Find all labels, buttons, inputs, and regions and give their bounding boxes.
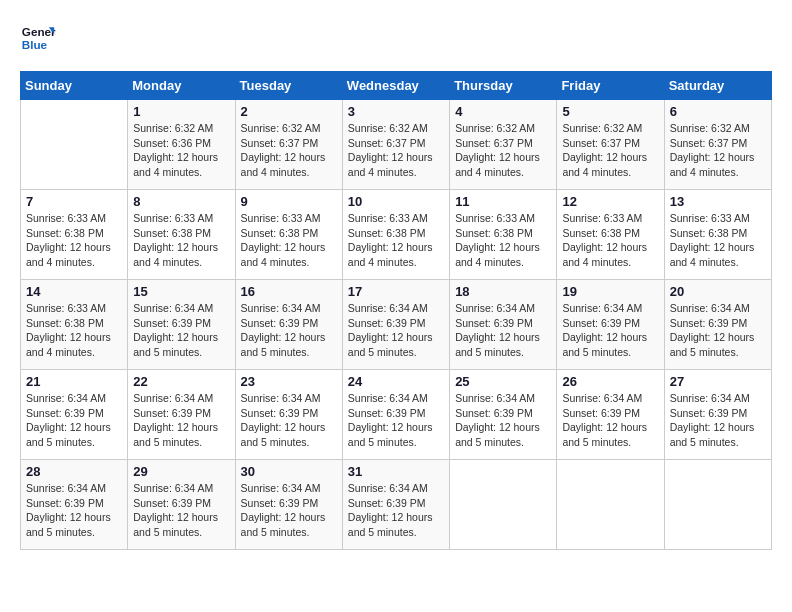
calendar-header-thursday: Thursday <box>450 72 557 100</box>
day-number: 11 <box>455 194 551 209</box>
day-number: 7 <box>26 194 122 209</box>
day-number: 17 <box>348 284 444 299</box>
day-info: Sunrise: 6:32 AMSunset: 6:37 PMDaylight:… <box>241 121 337 180</box>
day-number: 18 <box>455 284 551 299</box>
day-info: Sunrise: 6:32 AMSunset: 6:37 PMDaylight:… <box>348 121 444 180</box>
day-number: 24 <box>348 374 444 389</box>
day-info: Sunrise: 6:34 AMSunset: 6:39 PMDaylight:… <box>455 301 551 360</box>
day-info: Sunrise: 6:34 AMSunset: 6:39 PMDaylight:… <box>241 301 337 360</box>
calendar-cell: 5Sunrise: 6:32 AMSunset: 6:37 PMDaylight… <box>557 100 664 190</box>
day-info: Sunrise: 6:33 AMSunset: 6:38 PMDaylight:… <box>26 211 122 270</box>
calendar-cell: 30Sunrise: 6:34 AMSunset: 6:39 PMDayligh… <box>235 460 342 550</box>
day-number: 9 <box>241 194 337 209</box>
day-info: Sunrise: 6:32 AMSunset: 6:36 PMDaylight:… <box>133 121 229 180</box>
calendar-cell: 16Sunrise: 6:34 AMSunset: 6:39 PMDayligh… <box>235 280 342 370</box>
calendar-week-row: 14Sunrise: 6:33 AMSunset: 6:38 PMDayligh… <box>21 280 772 370</box>
day-number: 16 <box>241 284 337 299</box>
calendar-cell: 15Sunrise: 6:34 AMSunset: 6:39 PMDayligh… <box>128 280 235 370</box>
calendar-week-row: 28Sunrise: 6:34 AMSunset: 6:39 PMDayligh… <box>21 460 772 550</box>
day-info: Sunrise: 6:34 AMSunset: 6:39 PMDaylight:… <box>348 391 444 450</box>
day-info: Sunrise: 6:33 AMSunset: 6:38 PMDaylight:… <box>670 211 766 270</box>
day-info: Sunrise: 6:34 AMSunset: 6:39 PMDaylight:… <box>241 391 337 450</box>
calendar-cell: 4Sunrise: 6:32 AMSunset: 6:37 PMDaylight… <box>450 100 557 190</box>
day-number: 12 <box>562 194 658 209</box>
calendar-cell: 14Sunrise: 6:33 AMSunset: 6:38 PMDayligh… <box>21 280 128 370</box>
day-number: 14 <box>26 284 122 299</box>
page-header: General Blue <box>20 20 772 56</box>
calendar-header-monday: Monday <box>128 72 235 100</box>
day-number: 25 <box>455 374 551 389</box>
day-number: 21 <box>26 374 122 389</box>
day-info: Sunrise: 6:32 AMSunset: 6:37 PMDaylight:… <box>455 121 551 180</box>
day-info: Sunrise: 6:33 AMSunset: 6:38 PMDaylight:… <box>241 211 337 270</box>
day-number: 6 <box>670 104 766 119</box>
day-info: Sunrise: 6:34 AMSunset: 6:39 PMDaylight:… <box>133 391 229 450</box>
calendar-week-row: 7Sunrise: 6:33 AMSunset: 6:38 PMDaylight… <box>21 190 772 280</box>
calendar-cell: 3Sunrise: 6:32 AMSunset: 6:37 PMDaylight… <box>342 100 449 190</box>
calendar-cell: 27Sunrise: 6:34 AMSunset: 6:39 PMDayligh… <box>664 370 771 460</box>
calendar-cell <box>21 100 128 190</box>
day-number: 27 <box>670 374 766 389</box>
calendar-cell: 22Sunrise: 6:34 AMSunset: 6:39 PMDayligh… <box>128 370 235 460</box>
calendar-header-tuesday: Tuesday <box>235 72 342 100</box>
calendar-cell: 29Sunrise: 6:34 AMSunset: 6:39 PMDayligh… <box>128 460 235 550</box>
day-info: Sunrise: 6:33 AMSunset: 6:38 PMDaylight:… <box>348 211 444 270</box>
day-number: 22 <box>133 374 229 389</box>
calendar-cell: 9Sunrise: 6:33 AMSunset: 6:38 PMDaylight… <box>235 190 342 280</box>
logo-icon: General Blue <box>20 20 56 56</box>
calendar-header-saturday: Saturday <box>664 72 771 100</box>
calendar-table: SundayMondayTuesdayWednesdayThursdayFrid… <box>20 71 772 550</box>
calendar-cell: 11Sunrise: 6:33 AMSunset: 6:38 PMDayligh… <box>450 190 557 280</box>
calendar-cell: 2Sunrise: 6:32 AMSunset: 6:37 PMDaylight… <box>235 100 342 190</box>
day-info: Sunrise: 6:34 AMSunset: 6:39 PMDaylight:… <box>26 391 122 450</box>
day-number: 31 <box>348 464 444 479</box>
calendar-cell: 31Sunrise: 6:34 AMSunset: 6:39 PMDayligh… <box>342 460 449 550</box>
calendar-cell: 13Sunrise: 6:33 AMSunset: 6:38 PMDayligh… <box>664 190 771 280</box>
day-info: Sunrise: 6:34 AMSunset: 6:39 PMDaylight:… <box>26 481 122 540</box>
day-info: Sunrise: 6:34 AMSunset: 6:39 PMDaylight:… <box>670 301 766 360</box>
day-number: 2 <box>241 104 337 119</box>
calendar-cell: 6Sunrise: 6:32 AMSunset: 6:37 PMDaylight… <box>664 100 771 190</box>
calendar-cell <box>450 460 557 550</box>
day-info: Sunrise: 6:34 AMSunset: 6:39 PMDaylight:… <box>241 481 337 540</box>
calendar-header-wednesday: Wednesday <box>342 72 449 100</box>
day-info: Sunrise: 6:32 AMSunset: 6:37 PMDaylight:… <box>670 121 766 180</box>
day-info: Sunrise: 6:33 AMSunset: 6:38 PMDaylight:… <box>455 211 551 270</box>
day-number: 3 <box>348 104 444 119</box>
calendar-cell: 28Sunrise: 6:34 AMSunset: 6:39 PMDayligh… <box>21 460 128 550</box>
calendar-cell <box>557 460 664 550</box>
day-info: Sunrise: 6:33 AMSunset: 6:38 PMDaylight:… <box>26 301 122 360</box>
day-number: 20 <box>670 284 766 299</box>
day-info: Sunrise: 6:34 AMSunset: 6:39 PMDaylight:… <box>562 301 658 360</box>
day-number: 28 <box>26 464 122 479</box>
day-info: Sunrise: 6:34 AMSunset: 6:39 PMDaylight:… <box>133 481 229 540</box>
calendar-cell: 19Sunrise: 6:34 AMSunset: 6:39 PMDayligh… <box>557 280 664 370</box>
day-number: 15 <box>133 284 229 299</box>
logo: General Blue <box>20 20 56 56</box>
day-info: Sunrise: 6:34 AMSunset: 6:39 PMDaylight:… <box>455 391 551 450</box>
day-number: 19 <box>562 284 658 299</box>
calendar-cell: 25Sunrise: 6:34 AMSunset: 6:39 PMDayligh… <box>450 370 557 460</box>
calendar-cell: 21Sunrise: 6:34 AMSunset: 6:39 PMDayligh… <box>21 370 128 460</box>
calendar-cell: 23Sunrise: 6:34 AMSunset: 6:39 PMDayligh… <box>235 370 342 460</box>
day-info: Sunrise: 6:34 AMSunset: 6:39 PMDaylight:… <box>133 301 229 360</box>
day-number: 23 <box>241 374 337 389</box>
calendar-header-sunday: Sunday <box>21 72 128 100</box>
day-number: 29 <box>133 464 229 479</box>
calendar-cell: 10Sunrise: 6:33 AMSunset: 6:38 PMDayligh… <box>342 190 449 280</box>
calendar-header-row: SundayMondayTuesdayWednesdayThursdayFrid… <box>21 72 772 100</box>
day-number: 30 <box>241 464 337 479</box>
calendar-cell: 20Sunrise: 6:34 AMSunset: 6:39 PMDayligh… <box>664 280 771 370</box>
day-number: 4 <box>455 104 551 119</box>
calendar-cell: 8Sunrise: 6:33 AMSunset: 6:38 PMDaylight… <box>128 190 235 280</box>
day-number: 8 <box>133 194 229 209</box>
day-info: Sunrise: 6:34 AMSunset: 6:39 PMDaylight:… <box>670 391 766 450</box>
day-info: Sunrise: 6:34 AMSunset: 6:39 PMDaylight:… <box>348 301 444 360</box>
day-number: 10 <box>348 194 444 209</box>
svg-text:General: General <box>22 25 56 38</box>
day-info: Sunrise: 6:32 AMSunset: 6:37 PMDaylight:… <box>562 121 658 180</box>
calendar-body: 1Sunrise: 6:32 AMSunset: 6:36 PMDaylight… <box>21 100 772 550</box>
calendar-cell: 12Sunrise: 6:33 AMSunset: 6:38 PMDayligh… <box>557 190 664 280</box>
calendar-cell: 24Sunrise: 6:34 AMSunset: 6:39 PMDayligh… <box>342 370 449 460</box>
svg-text:Blue: Blue <box>22 38 48 51</box>
